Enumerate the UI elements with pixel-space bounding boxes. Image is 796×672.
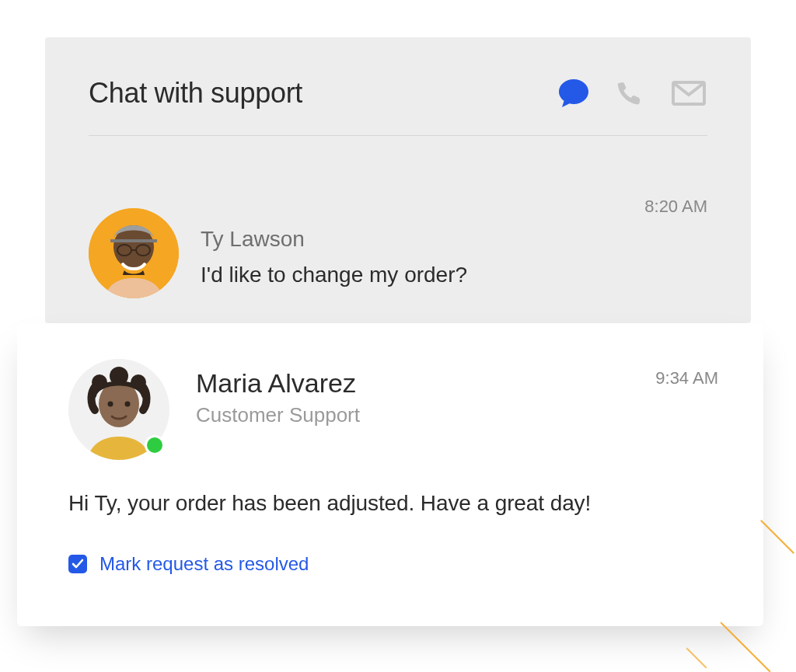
resolve-row: Mark request as resolved <box>68 553 718 575</box>
avatar-face-illustration <box>89 208 179 298</box>
phone-icon[interactable] <box>613 75 650 112</box>
svg-point-10 <box>131 374 146 390</box>
agent-role: Customer Support <box>196 403 629 427</box>
customer-message-body: Ty Lawson I'd like to change my order? <box>201 208 467 287</box>
customer-message: Ty Lawson I'd like to change my order? <box>89 208 467 298</box>
chat-panel: Chat with support 8:20 AM <box>45 37 751 323</box>
agent-avatar-wrap <box>68 359 169 460</box>
svg-point-13 <box>125 402 131 407</box>
accent-stroke <box>760 520 794 554</box>
svg-rect-3 <box>110 239 157 242</box>
mail-icon[interactable] <box>670 75 707 112</box>
agent-header-row: Maria Alvarez Customer Support 9:34 AM <box>68 359 718 460</box>
chat-header: Chat with support <box>89 75 707 136</box>
presence-online-icon <box>145 435 165 455</box>
channel-icons <box>555 75 707 112</box>
customer-message-text: I'd like to change my order? <box>201 263 467 287</box>
resolve-label[interactable]: Mark request as resolved <box>100 553 309 575</box>
agent-name: Maria Alvarez <box>196 368 629 399</box>
resolve-checkbox[interactable] <box>68 555 87 573</box>
agent-reply-time: 9:34 AM <box>655 359 718 388</box>
svg-point-11 <box>110 367 128 385</box>
accent-stroke <box>720 622 770 672</box>
svg-point-12 <box>108 402 113 407</box>
customer-name: Ty Lawson <box>201 227 467 252</box>
agent-reply-card: Maria Alvarez Customer Support 9:34 AM H… <box>17 323 763 626</box>
agent-meta: Maria Alvarez Customer Support <box>196 359 629 427</box>
chat-title: Chat with support <box>89 77 302 110</box>
chat-bubble-icon[interactable] <box>555 75 592 112</box>
customer-avatar <box>89 208 179 298</box>
agent-reply-text: Hi Ty, your order has been adjusted. Hav… <box>68 491 718 516</box>
svg-point-9 <box>92 374 107 390</box>
customer-message-time: 8:20 AM <box>644 197 707 217</box>
accent-stroke <box>686 648 707 669</box>
